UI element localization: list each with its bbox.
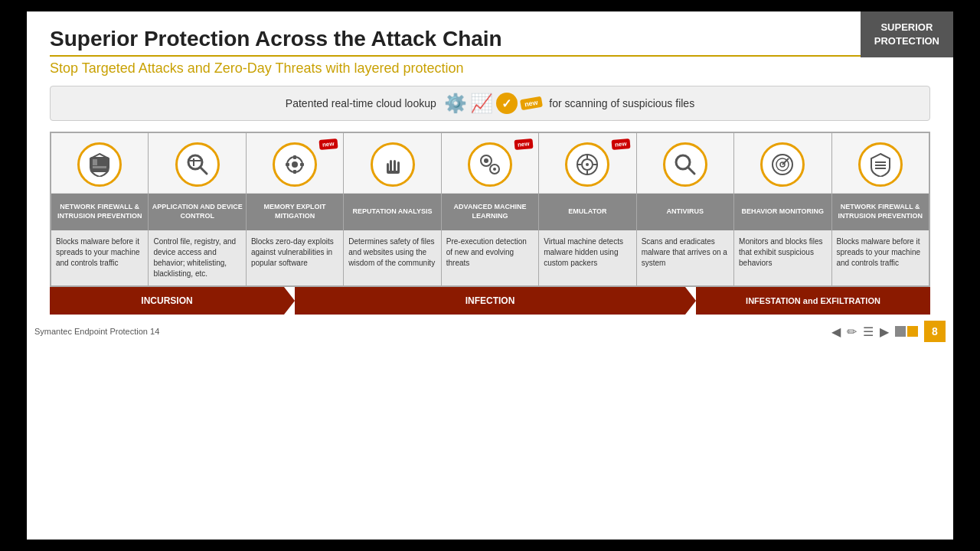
infestation-section: INFESTATION and EXFILTRATION [696,287,930,315]
icon-circle-5 [565,142,609,187]
svg-rect-11 [286,163,289,166]
chart-emoji: 📈 [470,93,493,114]
new-badge-4: new [514,139,533,150]
svg-rect-12 [300,163,304,166]
icon-circle-7 [760,142,805,187]
cloud-emoji: ⚙️ [444,93,467,114]
new-badge-cloud: new [520,96,543,111]
column-3: REPUTATION ANALYSISDetermines safety of … [344,133,441,285]
svg-point-8 [292,161,298,168]
col-icon-area-4: new [442,133,538,194]
icon-circle-3 [371,142,415,187]
svg-point-19 [484,158,488,163]
bottom-bar: INCURSION INFECTION INFESTATION and EXFI… [50,287,930,315]
column-0: NETWORK FIREWALL & INTRUSION PREVENTIONB… [51,133,149,285]
svg-rect-37 [875,168,886,169]
col-body-1: Control file, registry, and device acces… [149,230,245,285]
column-8: NETWORK FIREWALL & INTRUSION PREVENTIONB… [832,133,929,285]
col-body-4: Pre-execution detection of new and evolv… [442,230,538,285]
incursion-label: INCURSION [141,295,192,306]
icon-circle-0 [77,142,122,187]
col-header-4: ADVANCED MACHINE LEARNING [442,194,538,230]
column-6: ANTIVIRUSScans and eradicates malware th… [637,133,734,285]
list-button[interactable]: ☰ [863,324,874,339]
infection-arrow [685,287,696,315]
footer-nav: ◀ ✏ ☰ ▶ [831,324,889,339]
svg-rect-16 [397,161,400,172]
subtitle: Stop Targeted Attacks and Zero-Day Threa… [50,60,930,77]
infection-label: INFECTION [466,295,515,306]
svg-rect-17 [387,171,400,174]
svg-point-21 [493,168,496,171]
new-badge-5: new [612,139,631,150]
columns-wrapper: NETWORK FIREWALL & INTRUSION PREVENTIONB… [50,132,930,287]
svg-rect-5 [190,160,201,161]
column-1: APPLICATION AND DEVICE CONTROLControl fi… [149,133,246,285]
col-icon-area-7 [734,133,831,194]
col-body-3: Determines safety of files and websites … [344,230,440,285]
svg-line-4 [201,168,207,174]
col-header-2: MEMORY EXPLOIT MITIGATION [247,194,343,230]
column-2: newMEMORY EXPLOIT MITIGATIONBlocks zero-… [247,133,344,285]
svg-rect-6 [193,158,194,166]
infection-section: INFECTION [295,287,685,315]
col-body-2: Blocks zero-day exploits against vulnera… [247,230,343,285]
column-4: newADVANCED MACHINE LEARNINGPre-executio… [442,133,539,285]
icon-circle-2 [273,142,317,187]
cloud-text-left: Patented real-time cloud lookup [286,97,436,109]
col-icon-area-0 [51,133,148,194]
col-header-6: ANTIVIRUS [637,194,733,230]
footer: Symantec Endpoint Protection 14 ◀ ✏ ☰ ▶ … [27,317,953,346]
infestation-label: INFESTATION and EXFILTRATION [746,295,880,306]
svg-rect-10 [293,170,296,174]
back-button[interactable]: ◀ [831,324,841,339]
corner-sq-gold [907,326,918,337]
incursion-section: INCURSION [50,287,284,315]
page-number: 8 [924,321,946,342]
svg-rect-2 [93,166,106,168]
svg-rect-1 [93,159,97,165]
svg-line-30 [688,168,694,174]
icon-circle-1 [175,142,220,187]
badge-line2: PROTECTION [874,35,939,47]
col-body-5: Virtual machine detects malware hidden u… [539,230,635,285]
cloud-icon-group: ⚙️ 📈 ✓ new [444,93,542,114]
col-icon-area-3 [344,133,440,194]
col-icon-area-1 [149,133,245,194]
col-icon-area-8 [832,133,929,194]
superior-badge: SUPERIOR PROTECTION [861,11,953,57]
icon-circle-6 [663,142,707,187]
edit-button[interactable]: ✏ [847,324,857,339]
footer-logo: Symantec Endpoint Protection 14 [34,327,159,336]
column-5: newEMULATORVirtual machine detects malwa… [539,133,636,285]
col-header-7: BEHAVIOR MONITORING [734,194,831,230]
col-header-0: NETWORK FIREWALL & INTRUSION PREVENTION [51,194,148,230]
new-badge-2: new [318,139,338,150]
svg-rect-9 [293,155,296,159]
col-icon-area-6 [637,133,733,194]
svg-rect-14 [390,160,392,172]
corner-sq-gray [895,326,906,337]
svg-rect-36 [875,165,886,166]
cloud-text-right: for scanning of suspicious files [549,97,694,109]
col-body-8: Blocks malware before it spreads to your… [832,230,929,285]
col-header-5: EMULATOR [539,194,635,230]
icon-circle-8 [858,142,903,187]
col-body-7: Monitors and blocks files that exhibit s… [734,230,831,285]
cloud-lookup-bar: Patented real-time cloud lookup ⚙️ 📈 ✓ n… [50,86,930,121]
col-header-8: NETWORK FIREWALL & INTRUSION PREVENTION [832,194,929,230]
svg-rect-15 [394,160,396,172]
col-header-3: REPUTATION ANALYSIS [344,194,440,230]
col-body-6: Scans and eradicates malware that arrive… [637,230,733,285]
incursion-arrow [284,287,295,315]
corner-squares [895,326,918,337]
svg-rect-35 [875,161,886,163]
col-body-0: Blocks malware before it spreads to your… [51,230,148,285]
main-title: Superior Protection Across the Attack Ch… [50,27,930,57]
icon-circle-4 [468,142,512,187]
svg-point-24 [586,163,589,166]
col-icon-area-2: new [247,133,343,194]
col-icon-area-5: new [539,133,635,194]
col-header-1: APPLICATION AND DEVICE CONTROL [149,194,245,230]
forward-button[interactable]: ▶ [880,324,889,339]
